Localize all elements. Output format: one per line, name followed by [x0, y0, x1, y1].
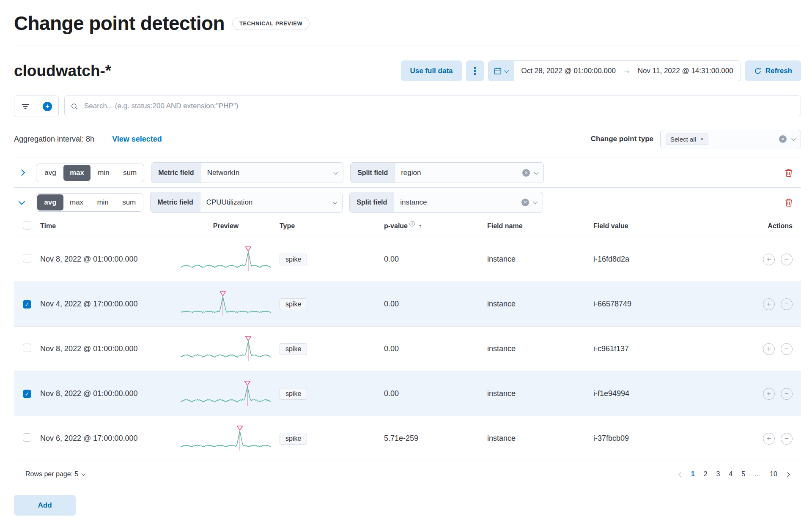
page-number-button[interactable]: … — [750, 468, 765, 481]
preview-sparkline-chart — [181, 244, 271, 275]
metric-field-value: NetworkIn — [201, 169, 335, 177]
clear-icon[interactable]: ✕ — [521, 199, 529, 206]
preview-cell — [176, 289, 280, 319]
filter-out-value-button[interactable]: − — [781, 254, 793, 265]
add-filter-button[interactable]: + — [36, 96, 58, 117]
filter-button[interactable] — [14, 96, 36, 117]
expand-toggle-button[interactable] — [14, 165, 29, 180]
row-checkbox[interactable] — [23, 433, 31, 442]
date-picker-calendar-button[interactable] — [488, 61, 514, 81]
chevron-down-icon — [791, 136, 796, 141]
actions-cell: + − — [750, 298, 801, 310]
time-cell: Nov 8, 2022 @ 01:00:00.000 — [40, 389, 176, 398]
start-date-button[interactable]: Oct 28, 2022 @ 01:00:00.000 — [514, 61, 623, 81]
split-field-select[interactable]: Split field instance ✕ — [349, 192, 543, 213]
pagination: 1 2 3 4 5 … 10 — [676, 468, 793, 481]
filter-for-value-button[interactable]: + — [763, 433, 775, 445]
next-page-button[interactable] — [782, 469, 793, 480]
agg-button-avg[interactable]: avg — [37, 194, 63, 210]
use-full-data-button[interactable]: Use full data — [401, 60, 461, 81]
filter-out-value-button[interactable]: − — [781, 343, 793, 355]
aggregation-interval-label: Aggregation interval: 8h — [14, 135, 94, 144]
field-name-cell: instance — [487, 389, 593, 398]
field-name-cell: instance — [487, 434, 593, 443]
search-input[interactable] — [64, 96, 801, 116]
collapse-toggle-button[interactable] — [14, 195, 29, 210]
col-p-value[interactable]: p-value i ↑ — [384, 222, 487, 230]
type-cell: spike — [280, 433, 384, 445]
remove-option-icon[interactable]: ✕ — [700, 137, 704, 142]
clear-icon[interactable]: ✕ — [522, 169, 530, 177]
change-point-type-combobox[interactable]: Select all ✕ ✕ — [660, 130, 801, 148]
refresh-button[interactable]: Refresh — [745, 60, 801, 81]
metric-field-select[interactable]: Metric field NetworkIn — [151, 162, 343, 183]
agg-function-group: avg max min sum — [36, 164, 144, 182]
split-field-value: region — [395, 169, 522, 177]
split-field-select[interactable]: Split field region ✕ — [350, 162, 544, 183]
row-checkbox[interactable] — [23, 390, 31, 398]
p-value-cell: 0.00 — [384, 389, 487, 398]
refresh-label: Refresh — [765, 67, 792, 75]
page-header: Change point detection TECHNICAL PREVIEW — [14, 12, 801, 35]
query-options-button[interactable] — [466, 60, 484, 81]
view-selected-link[interactable]: View selected — [112, 135, 162, 144]
prev-page-button[interactable] — [676, 469, 686, 480]
field-value-cell: i-16fd8d2a — [593, 255, 750, 264]
chevron-down-icon — [534, 169, 538, 174]
time-cell: Nov 4, 2022 @ 17:00:00.000 — [40, 300, 176, 309]
time-cell: Nov 8, 2022 @ 01:00:00.000 — [40, 255, 176, 264]
agg-button-sum[interactable]: sum — [117, 165, 143, 181]
change-point-type-control: Change point type Select all ✕ ✕ — [591, 130, 801, 148]
agg-button-max[interactable]: max — [63, 194, 90, 210]
page-number-button[interactable]: 5 — [738, 468, 749, 481]
refresh-icon — [754, 67, 762, 75]
agg-button-avg[interactable]: avg — [37, 165, 63, 181]
row-checkbox[interactable] — [23, 254, 31, 262]
agg-button-min[interactable]: min — [91, 165, 117, 181]
page-number-button[interactable]: 10 — [766, 468, 781, 481]
filter-out-value-button[interactable]: − — [781, 388, 793, 400]
agg-button-sum[interactable]: sum — [116, 194, 142, 210]
preview-sparkline-chart — [181, 379, 271, 409]
select-all-checkbox[interactable] — [23, 221, 31, 229]
filter-out-value-button[interactable]: − — [781, 433, 793, 445]
filter-out-value-button[interactable]: − — [781, 298, 793, 310]
type-badge: spike — [280, 343, 307, 355]
col-time: Time — [40, 222, 176, 230]
preview-sparkline-chart — [181, 334, 271, 364]
agg-button-min[interactable]: min — [90, 194, 116, 210]
type-cell: spike — [280, 254, 384, 265]
rows-per-page-button[interactable]: Rows per page: 5 — [23, 470, 88, 478]
delete-config-button[interactable] — [781, 194, 797, 210]
actions-cell: + − — [750, 343, 801, 355]
p-value-cell: 0.00 — [384, 344, 487, 353]
clear-icon[interactable]: ✕ — [779, 135, 787, 143]
page-number-button[interactable]: 2 — [700, 468, 711, 481]
chevron-down-icon — [504, 68, 509, 72]
split-field-value: instance — [394, 198, 521, 207]
filter-for-value-button[interactable]: + — [763, 298, 775, 310]
add-config-button[interactable]: Add — [14, 495, 76, 516]
split-field-prepend-label: Split field — [351, 163, 395, 183]
metric-field-select[interactable]: Metric field CPUUtilization — [150, 192, 343, 213]
end-date-button[interactable]: Nov 11, 2022 @ 14:31:00.000 — [631, 61, 741, 81]
col-preview: Preview — [176, 222, 280, 230]
config-bar: avg max min sum Metric field CPUUtilizat… — [14, 192, 801, 213]
page-number-button[interactable]: 1 — [687, 468, 699, 481]
preview-cell — [176, 244, 280, 275]
selected-option-label: Select all — [670, 136, 696, 143]
filter-for-value-button[interactable]: + — [763, 254, 775, 265]
page-number-button[interactable]: 4 — [725, 468, 736, 481]
row-checkbox[interactable] — [23, 344, 31, 352]
page-number-button[interactable]: 3 — [712, 468, 724, 481]
search-icon — [71, 103, 78, 110]
col-field-name: Field name — [487, 222, 593, 230]
agg-button-max[interactable]: max — [63, 165, 91, 181]
info-icon[interactable]: i — [409, 221, 415, 227]
delete-config-button[interactable] — [781, 165, 797, 181]
preview-cell — [176, 379, 280, 409]
search-row: + — [14, 96, 801, 117]
row-checkbox[interactable] — [23, 300, 31, 309]
filter-for-value-button[interactable]: + — [763, 343, 775, 355]
filter-for-value-button[interactable]: + — [763, 388, 775, 400]
